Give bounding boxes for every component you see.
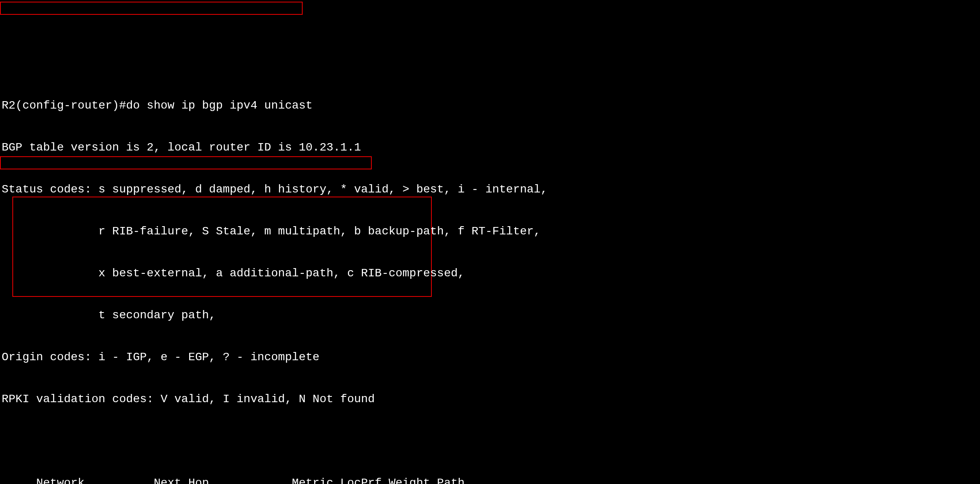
prompt: R2(config-router)# bbox=[2, 99, 126, 112]
output-line: RPKI validation codes: V valid, I invali… bbox=[2, 392, 978, 406]
output-line: Status codes: s suppressed, d damped, h … bbox=[2, 183, 978, 197]
output-line: BGP table version is 2, local router ID … bbox=[2, 141, 978, 155]
highlight-box-command-2 bbox=[0, 156, 372, 169]
bgp-table-header: Network Next Hop Metric LocPrf Weight Pa… bbox=[2, 476, 978, 484]
output-line: x best-external, a additional-path, c RI… bbox=[2, 266, 978, 280]
terminal-window[interactable]: R2(config-router)#do show ip bgp ipv4 un… bbox=[0, 0, 980, 484]
highlight-box-command-1 bbox=[0, 2, 303, 15]
output-line: r RIB-failure, S Stale, m multipath, b b… bbox=[2, 225, 978, 239]
output-line: Origin codes: i - IGP, e - EGP, ? - inco… bbox=[2, 350, 978, 364]
output-line: t secondary path, bbox=[2, 308, 978, 322]
command-text: do show ip bgp ipv4 unicast bbox=[126, 99, 313, 112]
output-blank bbox=[2, 434, 978, 448]
highlight-box-path-detail bbox=[12, 197, 432, 297]
